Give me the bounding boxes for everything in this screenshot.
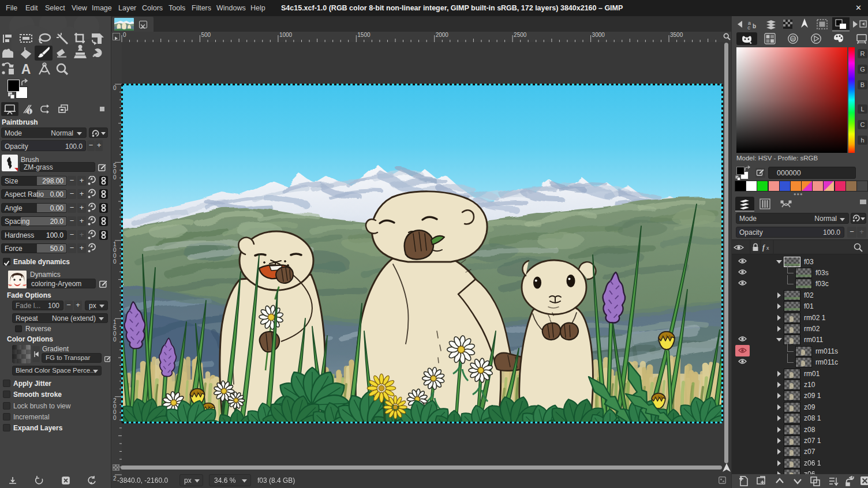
svg-text:i: i xyxy=(29,109,31,115)
svg-text:b: b xyxy=(753,23,756,29)
svg-text:f: f xyxy=(762,243,765,251)
svg-text:c: c xyxy=(747,25,750,31)
svg-text:3500: 3500 xyxy=(670,32,683,38)
svg-text:2000: 2000 xyxy=(436,32,449,38)
svg-text:0: 0 xyxy=(113,258,117,265)
svg-text:0: 0 xyxy=(123,32,126,38)
svg-text:A: A xyxy=(21,62,31,77)
svg-text:0: 0 xyxy=(113,336,117,343)
svg-text:0: 0 xyxy=(113,415,117,421)
svg-text:3000: 3000 xyxy=(592,32,605,38)
svg-text:88: 88 xyxy=(791,37,795,41)
svg-text:1500: 1500 xyxy=(357,32,371,38)
svg-text:1000: 1000 xyxy=(279,32,293,38)
svg-text:0: 0 xyxy=(113,85,117,91)
svg-text:2500: 2500 xyxy=(514,32,527,38)
svg-text:2: 2 xyxy=(113,475,117,481)
svg-text:0: 0 xyxy=(113,174,117,181)
svg-text:x: x xyxy=(766,245,769,251)
svg-text:500: 500 xyxy=(201,32,211,38)
